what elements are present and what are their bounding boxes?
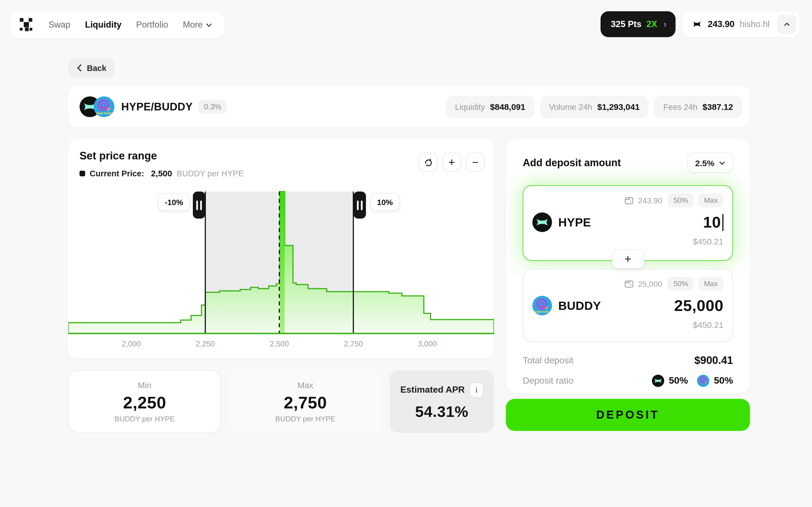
pair-token-icons: alright buddy <box>80 96 114 117</box>
buddy-usd-value: $450.21 <box>532 320 723 330</box>
liquidity-histogram <box>68 179 494 358</box>
max-price-card: Max 2,750 BUDDY per HYPE <box>229 370 382 433</box>
chart-controls: + − <box>418 153 485 172</box>
hype-token-icon <box>532 212 552 232</box>
nav-item-more-label: More <box>183 20 203 30</box>
nav-item-portfolio[interactable]: Portfolio <box>136 20 168 30</box>
deposit-title: Add deposit amount <box>523 157 621 169</box>
nav-item-more[interactable]: More <box>183 20 212 30</box>
chevron-down-icon <box>719 160 725 166</box>
buddy-half-button[interactable]: 50% <box>668 277 694 291</box>
chevron-up-icon <box>783 21 790 27</box>
current-price-unit: BUDDY per HYPE <box>177 169 244 178</box>
header-right: 325 Pts 2X › 243.90 hisho.hl <box>601 11 800 37</box>
refresh-icon <box>423 158 433 167</box>
hype-half-button[interactable]: 50% <box>668 193 694 207</box>
deposit-panel: Add deposit amount 2.5% 243.90 50% Max <box>506 139 750 393</box>
back-button[interactable]: Back <box>68 59 114 77</box>
buddy-token-icon: alright buddy <box>532 296 552 316</box>
stat-value: $1,293,041 <box>597 102 640 112</box>
buddy-amount-value: 25,000 <box>674 297 723 315</box>
wallet-icon <box>624 279 633 288</box>
range-max-handle[interactable] <box>353 191 366 219</box>
max-label: Max <box>297 380 313 390</box>
current-price-value: 2,500 <box>151 168 172 178</box>
total-deposit-value: $900.41 <box>695 354 733 367</box>
chevron-right-icon: › <box>663 18 666 30</box>
x-tick: 2,250 <box>196 340 215 348</box>
chevron-down-icon <box>206 22 212 28</box>
svg-text:alright buddy: alright buddy <box>95 112 112 115</box>
liquidity-chart[interactable]: -10% 10% 2,0002,2502,5002,7503,000 <box>68 179 494 358</box>
stat-label: Fees 24h <box>663 102 698 111</box>
current-price-marker-icon <box>80 170 85 176</box>
wallet-button[interactable]: 243.90 hisho.hl <box>682 11 800 37</box>
range-min-percent-label: -10% <box>158 193 190 211</box>
min-unit: BUDDY per HYPE <box>114 414 174 423</box>
hype-amount-input[interactable]: 10 <box>703 213 724 231</box>
buddy-symbol: BUDDY <box>558 299 601 313</box>
hisho-logo-icon[interactable] <box>19 17 34 32</box>
nav-item-swap[interactable]: Swap <box>49 20 70 30</box>
wallet-icon <box>624 195 633 205</box>
slippage-dropdown[interactable]: 2.5% <box>688 153 733 173</box>
points-badge[interactable]: 325 Pts 2X › <box>601 11 675 37</box>
buddy-amount-input[interactable]: 25,000 <box>674 297 723 315</box>
zoom-in-button[interactable]: + <box>442 153 461 172</box>
x-tick: 3,000 <box>418 340 437 348</box>
max-unit: BUDDY per HYPE <box>275 414 335 423</box>
stat-fees: Fees 24h $387.12 <box>654 96 742 118</box>
hype-balance: 243.90 <box>638 196 662 205</box>
x-tick: 2,000 <box>122 340 141 348</box>
hype-max-button[interactable]: Max <box>698 193 723 207</box>
text-cursor <box>722 214 723 231</box>
back-label: Back <box>87 63 106 72</box>
hype-usd-value: $450.21 <box>532 237 723 246</box>
price-range-title: Set price range <box>80 150 157 162</box>
range-summary-cards: Min 2,250 BUDDY per HYPE Max 2,750 BUDDY… <box>68 370 494 433</box>
points-multiplier: 2X <box>647 19 657 29</box>
liquidity-deposit-page: Swap Liquidity Portfolio More 325 Pts 2X… <box>0 0 812 507</box>
total-deposit-row: Total deposit $900.41 <box>523 354 733 367</box>
range-min-handle[interactable] <box>193 191 205 219</box>
x-tick: 2,500 <box>270 340 289 348</box>
stat-value: $848,091 <box>490 102 525 112</box>
max-value: 2,750 <box>284 393 327 412</box>
wallet-collapse-button[interactable] <box>777 15 796 34</box>
buddy-balance: 25,000 <box>638 279 662 288</box>
slippage-value: 2.5% <box>695 158 714 168</box>
stat-label: Volume 24h <box>549 102 592 111</box>
stat-volume: Volume 24h $1,293,041 <box>540 96 649 118</box>
buddy-max-button[interactable]: Max <box>698 277 723 291</box>
buddy-token-icon: alright buddy <box>94 96 114 117</box>
pool-stats: Liquidity $848,091 Volume 24h $1,293,041… <box>446 96 742 118</box>
apr-info-button[interactable]: i <box>470 382 483 397</box>
current-price-label: Current Price: <box>90 169 144 178</box>
min-value: 2,250 <box>123 393 166 412</box>
min-label: Min <box>138 380 151 390</box>
points-value: 325 Pts <box>611 19 642 29</box>
range-max-percent-label: 10% <box>370 193 400 211</box>
deposit-ratio-label: Deposit ratio <box>523 376 573 386</box>
buddy-amount-card: 25,000 50% Max alright buddy BUDDY 25, <box>523 269 733 342</box>
hype-amount-value: 10 <box>703 213 721 231</box>
x-axis: 2,0002,2502,5002,7503,000 <box>68 340 494 353</box>
stat-value: $387.12 <box>703 102 733 112</box>
chevron-left-icon <box>76 64 82 71</box>
zoom-out-button[interactable]: − <box>466 153 485 172</box>
current-price-liquidity-spike <box>280 191 285 334</box>
reset-range-button[interactable] <box>418 153 438 172</box>
min-price-card: Min 2,250 BUDDY per HYPE <box>68 370 221 433</box>
nav-item-liquidity[interactable]: Liquidity <box>85 20 121 30</box>
estimated-apr-card: Estimated APR i 54.31% <box>390 370 494 433</box>
hype-symbol: HYPE <box>558 216 591 229</box>
deposit-ratio-row: Deposit ratio 50% 50% <box>523 375 733 387</box>
buddy-ratio-value: 50% <box>714 375 733 386</box>
pool-header-card: alright buddy HYPE/BUDDY 0.3% Liquidity … <box>68 86 750 127</box>
deposit-button[interactable]: DEPOSIT <box>506 399 750 431</box>
hype-mark-icon <box>691 18 703 30</box>
buddy-token-icon <box>697 375 709 387</box>
pair-plus-button[interactable]: + <box>612 249 644 269</box>
x-tick: 2,750 <box>344 340 363 348</box>
current-price-row: Current Price: 2,500 BUDDY per HYPE <box>80 168 244 178</box>
